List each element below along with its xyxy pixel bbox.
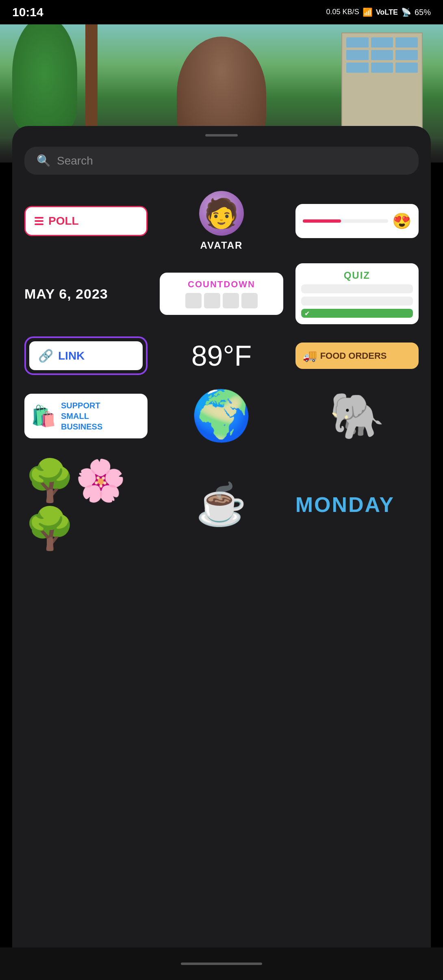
cup-icon: ☕ bbox=[196, 481, 247, 529]
slider-emoji: 😍 bbox=[392, 212, 411, 230]
quiz-answer: ✔ bbox=[301, 309, 413, 318]
countdown-box-1 bbox=[185, 293, 202, 308]
bottom-nav bbox=[0, 947, 443, 980]
countdown-box-4 bbox=[241, 293, 258, 308]
support-line3: BUSINESS bbox=[61, 422, 102, 431]
tree-decoration bbox=[12, 16, 77, 130]
sticker-slider[interactable]: 😍 bbox=[295, 204, 419, 238]
countdown-boxes bbox=[185, 293, 258, 308]
food-label: FOOD ORDERS bbox=[320, 351, 387, 361]
search-input[interactable]: Search bbox=[57, 154, 93, 167]
monday-label: MONDAY bbox=[295, 493, 395, 516]
poll-lines-icon bbox=[35, 217, 43, 225]
status-bar: 10:14 0.05 KB/S 📶 VoLTE 📡 65% bbox=[0, 0, 443, 24]
signal-text: 0.05 KB/S bbox=[326, 8, 359, 16]
sticker-poll[interactable]: POLL bbox=[24, 206, 148, 236]
home-indicator[interactable] bbox=[181, 963, 262, 965]
search-icon: 🔍 bbox=[37, 154, 51, 167]
link-icon: 🔗 bbox=[38, 349, 53, 363]
search-bar[interactable]: 🔍 Search bbox=[24, 147, 419, 175]
countdown-box-2 bbox=[204, 293, 220, 308]
status-icons: 0.05 KB/S 📶 VoLTE 📡 65% bbox=[326, 7, 431, 17]
countdown-title: COUNTDOWN bbox=[188, 279, 255, 290]
weather-label: 89°F bbox=[191, 340, 252, 372]
date-label: MAY 6, 2023 bbox=[24, 286, 108, 301]
signal-bars-icon: 📡 bbox=[401, 7, 411, 17]
sticker-elephant[interactable]: 🐘 bbox=[295, 390, 419, 442]
quiz-title: QUIZ bbox=[301, 270, 413, 281]
support-line2: SMALL bbox=[61, 412, 89, 421]
quiz-option-2 bbox=[301, 297, 413, 306]
sticker-weather[interactable]: 89°F bbox=[160, 340, 283, 372]
wifi-icon: 📶 bbox=[363, 7, 373, 17]
sticker-link[interactable]: 🔗 LINK bbox=[29, 341, 143, 370]
sticker-cup[interactable]: ☕ bbox=[160, 481, 283, 529]
quiz-option-1 bbox=[301, 284, 413, 293]
elephant-icon: 🐘 bbox=[329, 390, 385, 442]
support-bag-icon: 🛍️ bbox=[31, 404, 56, 428]
quiz-check-icon: ✔ bbox=[304, 310, 310, 317]
sticker-food[interactable]: 🚚 FOOD ORDERS bbox=[295, 343, 419, 369]
sticker-countdown[interactable]: COUNTDOWN bbox=[160, 273, 283, 315]
bottom-sheet: 🔍 Search POLL 🧑 AVATAR 😍 bbox=[12, 126, 431, 964]
countdown-box-3 bbox=[223, 293, 239, 308]
poll-label: POLL bbox=[48, 215, 79, 228]
sticker-date[interactable]: MAY 6, 2023 bbox=[24, 286, 148, 302]
slider-track bbox=[303, 219, 388, 223]
sticker-grid: POLL 🧑 AVATAR 😍 MAY 6, 2023 COUNTDOWN bbox=[24, 191, 419, 553]
trees-icon: 🌳🌸🌳 bbox=[24, 457, 148, 553]
avatar-circle: 🧑 bbox=[199, 191, 244, 236]
sticker-earth[interactable]: 🌍 bbox=[160, 387, 283, 444]
food-icon: 🚚 bbox=[303, 349, 317, 362]
sticker-monday[interactable]: MONDAY bbox=[295, 492, 419, 517]
support-text: SUPPORT SMALL BUSINESS bbox=[61, 400, 102, 432]
drag-handle[interactable] bbox=[205, 134, 238, 137]
lte-icon: VoLTE bbox=[376, 8, 398, 17]
avatar-label: AVATAR bbox=[200, 240, 243, 251]
link-label: LINK bbox=[58, 349, 85, 362]
sticker-link-wrapper[interactable]: 🔗 LINK bbox=[24, 336, 148, 375]
earth-icon: 🌍 bbox=[191, 387, 252, 444]
status-time: 10:14 bbox=[12, 5, 43, 19]
slider-fill bbox=[303, 219, 341, 223]
sticker-support[interactable]: 🛍️ SUPPORT SMALL BUSINESS bbox=[24, 394, 148, 438]
sticker-quiz[interactable]: QUIZ ✔ bbox=[295, 263, 419, 324]
support-line1: SUPPORT bbox=[61, 401, 100, 410]
sticker-trees[interactable]: 🌳🌸🌳 bbox=[24, 457, 148, 553]
sticker-avatar[interactable]: 🧑 AVATAR bbox=[160, 191, 283, 251]
battery-text: 65% bbox=[415, 8, 431, 17]
